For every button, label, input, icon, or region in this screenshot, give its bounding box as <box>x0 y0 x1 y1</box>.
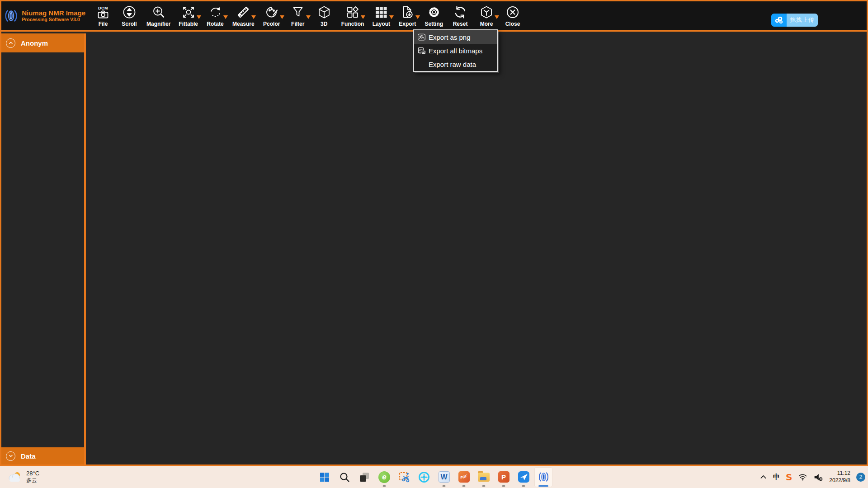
nmr-coil-logo-icon <box>4 6 18 26</box>
close-button[interactable]: Close <box>504 4 522 27</box>
menu-item-export-all-bitmaps[interactable]: Export all bitmaps <box>414 44 497 57</box>
folder-icon <box>478 473 490 482</box>
running-indicator <box>482 485 486 487</box>
chevron-down-icon <box>389 15 394 19</box>
task-view-button[interactable] <box>355 467 373 487</box>
tray-clock[interactable]: 11:12 2022/9/8 <box>829 470 850 484</box>
measure-button[interactable]: Measure <box>232 4 255 27</box>
close-icon <box>505 5 520 19</box>
gear-icon <box>427 5 441 19</box>
screenshot-tool-icon <box>398 471 410 483</box>
magnifier-icon <box>151 5 166 19</box>
function-button[interactable]: Function <box>341 4 364 27</box>
pcolor-button[interactable]: Pcolor <box>263 4 281 27</box>
remote-control-button[interactable] <box>415 467 433 487</box>
pdf-reader-button[interactable]: PDF <box>455 467 473 487</box>
taskbar-app-icons: e W PDF <box>316 466 552 488</box>
search-icon <box>339 472 350 483</box>
menu-item-export-raw-data[interactable]: Export raw data <box>414 57 497 71</box>
funnel-icon <box>291 5 305 19</box>
ime-indicator[interactable]: 中 <box>773 473 780 481</box>
volume-muted-icon[interactable] <box>813 473 823 482</box>
pdf-icon: PDF <box>458 471 470 483</box>
system-tray: 中 S 11:12 2022/9/8 2 <box>760 466 865 488</box>
tray-chevron-up-icon[interactable] <box>760 473 767 481</box>
chevron-down-icon <box>415 15 420 19</box>
partly-cloudy-icon <box>7 471 23 483</box>
running-indicator <box>443 485 446 487</box>
image-workspace[interactable] <box>86 33 867 465</box>
reset-button[interactable]: Reset <box>451 4 469 27</box>
app-window: Niumag NMR Image Processing Software V3.… <box>0 0 868 466</box>
database-icon <box>414 47 429 55</box>
rotate-button[interactable]: Rotate <box>206 4 224 27</box>
running-indicator <box>462 485 466 487</box>
nmr-coil-icon <box>538 471 549 483</box>
search-button[interactable] <box>335 467 354 487</box>
file-button[interactable]: DCM File <box>94 4 112 27</box>
running-indicator <box>502 485 505 487</box>
thunder-button[interactable] <box>514 467 533 487</box>
chevron-down-icon <box>251 15 256 19</box>
reset-refresh-icon <box>453 5 467 19</box>
scroll-button[interactable]: Scroll <box>120 4 138 27</box>
word-icon: W <box>439 471 450 483</box>
powerpoint-button[interactable]: P <box>495 467 513 487</box>
fittable-button[interactable]: Fittable <box>179 4 198 27</box>
layout-button[interactable]: Layout <box>372 4 390 27</box>
export-button[interactable]: Export <box>398 4 416 27</box>
chevron-up-icon <box>6 38 15 48</box>
weather-condition: 多云 <box>26 477 39 483</box>
app-brand: Niumag NMR Image Processing Software V3.… <box>1 1 90 30</box>
baidu-upload-widget[interactable]: 拖拽上传 <box>771 14 818 27</box>
magnifier-button[interactable]: Magnifier <box>146 4 170 27</box>
wifi-icon[interactable] <box>798 473 807 481</box>
grid-layout-icon <box>374 5 388 19</box>
tray-date: 2022/9/8 <box>829 477 850 484</box>
tray-time: 11:12 <box>829 470 850 477</box>
chevron-down-icon <box>361 15 365 19</box>
app-subtitle: Processing Software V3.0 <box>22 17 85 22</box>
sogou-input-icon[interactable]: S <box>786 472 792 483</box>
file-explorer-button[interactable] <box>475 467 493 487</box>
fittable-icon <box>181 5 196 19</box>
scroll-icon <box>122 5 137 19</box>
palette-icon <box>264 5 279 19</box>
chevron-down-icon <box>280 15 284 19</box>
running-indicator <box>383 485 386 487</box>
app-title: Niumag NMR Image <box>22 9 85 17</box>
function-shapes-icon <box>345 5 360 19</box>
sidebar-panel-title: Anonym <box>21 39 48 47</box>
nmr-app-button[interactable] <box>534 467 552 487</box>
snip-tool-button[interactable] <box>395 467 413 487</box>
setting-button[interactable]: Setting <box>425 4 443 27</box>
sidebar-panel-anonym[interactable]: Anonym <box>1 33 84 52</box>
chevron-down-icon <box>197 15 201 19</box>
remote-control-icon <box>418 471 430 483</box>
sidebar-panel-title: Data <box>21 452 36 460</box>
task-view-icon <box>359 472 370 483</box>
chevron-down-icon <box>306 15 311 19</box>
filter-button[interactable]: Filter <box>289 4 307 27</box>
weather-widget[interactable]: 28°C 多云 <box>5 466 42 488</box>
blue-bird-icon <box>518 471 529 483</box>
powerpoint-icon: P <box>498 471 509 483</box>
start-button[interactable] <box>316 467 334 487</box>
menu-item-export-as-png[interactable]: Export as png <box>414 30 497 44</box>
sidebar-panel-data[interactable]: Data <box>1 447 84 465</box>
notification-badge[interactable]: 2 <box>856 473 865 482</box>
cube-3d-icon <box>317 5 331 19</box>
windows-taskbar: 28°C 多云 e <box>0 466 868 488</box>
threed-button[interactable]: 3D <box>315 4 333 27</box>
toolbar-buttons: DCM File Scroll Magnifier <box>90 1 526 30</box>
green-browser-button[interactable]: e <box>375 467 393 487</box>
left-sidebar: Anonym Data <box>1 33 84 465</box>
weather-temperature: 28°C <box>26 470 39 477</box>
more-button[interactable]: More <box>477 4 495 27</box>
export-dropdown-menu: Export as png Export all bitmaps Export … <box>413 29 498 72</box>
word-button[interactable]: W <box>435 467 453 487</box>
windows-logo-icon <box>319 472 330 483</box>
rotate-icon <box>208 5 222 19</box>
baidu-netdisk-icon <box>771 14 787 27</box>
toolbar: Niumag NMR Image Processing Software V3.… <box>1 1 867 32</box>
